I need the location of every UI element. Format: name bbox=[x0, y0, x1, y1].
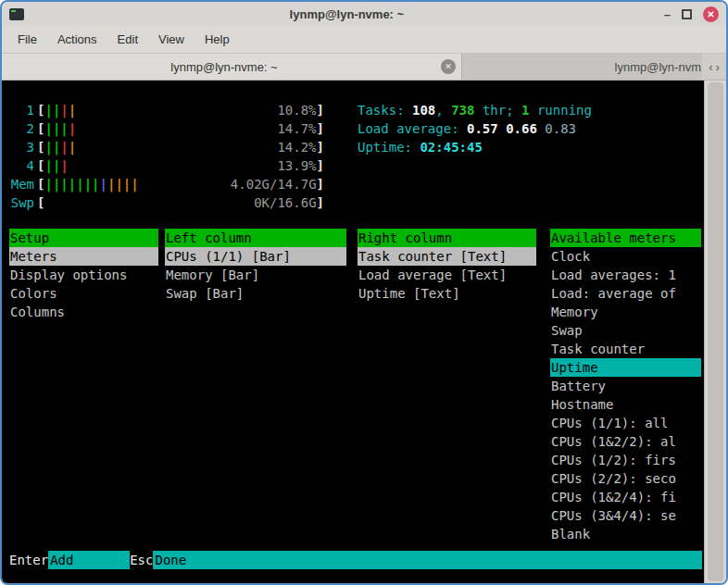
meter-bracket: ] bbox=[317, 138, 324, 156]
tab-inactive[interactable]: lynmp@lyn-nvm bbox=[462, 54, 702, 80]
bar-segment: | bbox=[60, 121, 68, 136]
meter-value: 14.7% bbox=[277, 119, 316, 138]
meter-label: 1 bbox=[9, 101, 37, 119]
meter-bracket: [ bbox=[37, 175, 44, 193]
panel-item[interactable]: Battery bbox=[550, 377, 701, 395]
meters: 1[||||10.8%]2[||||14.7%]3[||||14.2%]4[||… bbox=[9, 101, 324, 212]
maximize-button[interactable] bbox=[682, 9, 692, 19]
fn-label[interactable]: Done bbox=[153, 551, 702, 569]
panel-item[interactable]: Memory [Bar] bbox=[165, 266, 346, 284]
info-text: 02:45:45 bbox=[420, 140, 482, 155]
meter-value: 13.9% bbox=[277, 156, 316, 175]
bar-segment: | bbox=[123, 177, 131, 192]
meter-label: Mem bbox=[9, 175, 37, 193]
meter-label: 2 bbox=[9, 119, 37, 138]
panel-item[interactable]: Task counter bbox=[550, 340, 701, 358]
panel-item[interactable]: Columns bbox=[9, 303, 158, 321]
title-bar[interactable]: lynmp@lyn-nvme: ~ – ✕ bbox=[2, 2, 726, 26]
panel-item[interactable]: Uptime bbox=[550, 358, 701, 377]
bar-segment: | bbox=[100, 177, 107, 192]
info-text: 0.66 bbox=[506, 121, 545, 136]
panel-item[interactable]: Load: average of bbox=[550, 284, 701, 303]
bar-segment: | bbox=[69, 121, 76, 136]
panel-header: Left column bbox=[165, 229, 346, 247]
fn-key[interactable]: Enter bbox=[9, 551, 48, 569]
panel-item[interactable]: Uptime [Text] bbox=[358, 284, 536, 303]
bar-segment: | bbox=[69, 103, 76, 118]
bar-segment: | bbox=[44, 140, 52, 155]
minimize-button[interactable]: – bbox=[664, 7, 671, 21]
meter-bar-fill: |||||||||||| bbox=[44, 175, 230, 193]
panel-item[interactable]: Colors bbox=[9, 284, 158, 303]
bar-segment: | bbox=[60, 140, 68, 155]
scrollbar[interactable] bbox=[704, 81, 726, 583]
terminal-icon bbox=[9, 8, 24, 20]
tab-active-title: lynmp@lyn-nvme: ~ bbox=[7, 60, 441, 74]
meter-bar-fill: |||| bbox=[44, 138, 277, 156]
panel-item[interactable]: CPUs (1&2/2): al bbox=[550, 432, 701, 451]
meter-bracket: ] bbox=[317, 101, 324, 119]
setup-panel-1: Left columnCPUs (1/1) [Bar]Memory [Bar]S… bbox=[165, 229, 346, 303]
panel-item[interactable]: Memory bbox=[550, 303, 701, 321]
menu-item-file[interactable]: File bbox=[7, 26, 47, 53]
scrollbar-thumb[interactable] bbox=[708, 82, 723, 581]
panel-item[interactable]: Display options bbox=[9, 266, 158, 284]
panel-item[interactable]: Meters bbox=[9, 247, 158, 266]
meter-bracket: [ bbox=[37, 193, 44, 212]
meter-label: 4 bbox=[9, 156, 37, 175]
meter-bracket: ] bbox=[317, 156, 324, 175]
meter-value: 4.02G/14.7G bbox=[231, 175, 317, 193]
panel-item[interactable]: CPUs (2/2): seco bbox=[550, 469, 701, 488]
meter-bar: ||||10.8% bbox=[44, 101, 316, 119]
panel-item[interactable]: CPUs (1&2/4): fi bbox=[550, 488, 701, 506]
tab-active[interactable]: lynmp@lyn-nvme: ~ ✕ bbox=[2, 54, 462, 80]
meter-value: 0K/16.6G bbox=[254, 193, 316, 212]
fn-key[interactable]: Esc bbox=[130, 551, 153, 569]
bar-segment: | bbox=[84, 177, 92, 192]
meter-bar: |||13.9% bbox=[44, 156, 316, 175]
panel-item[interactable]: CPUs (3&4/4): se bbox=[550, 506, 701, 525]
meter-bar-fill: |||| bbox=[44, 101, 277, 119]
panel-item[interactable]: Swap [Bar] bbox=[165, 284, 346, 303]
info-text: , bbox=[435, 103, 451, 118]
panel-item[interactable]: Blank bbox=[550, 525, 701, 543]
info-text: 0.57 bbox=[467, 121, 506, 136]
bar-segment: | bbox=[44, 158, 52, 173]
tab-scroll-right-icon[interactable]: › bbox=[716, 60, 720, 74]
meter-bracket: [ bbox=[37, 156, 44, 175]
meter-bracket: ] bbox=[317, 193, 324, 212]
terminal-screen[interactable]: 1[||||10.8%]2[||||14.7%]3[||||14.2%]4[||… bbox=[2, 81, 704, 583]
meter-row: Swp[0K/16.6G] bbox=[9, 193, 324, 212]
panel-header: Available meters bbox=[550, 229, 701, 247]
window-title: lynmp@lyn-nvme: ~ bbox=[30, 7, 664, 21]
panel-item[interactable]: Clock bbox=[550, 247, 701, 266]
info-text: 108 bbox=[412, 103, 435, 118]
meter-row: Mem[||||||||||||4.02G/14.7G] bbox=[9, 175, 324, 193]
bar-segment: | bbox=[44, 121, 52, 136]
info-text: Tasks: bbox=[358, 103, 412, 118]
menu-item-actions[interactable]: Actions bbox=[47, 26, 107, 53]
bar-segment: | bbox=[92, 177, 99, 192]
info-text: Uptime: bbox=[358, 140, 420, 155]
terminal-window: lynmp@lyn-nvme: ~ – ✕ FileActionsEditVie… bbox=[0, 0, 728, 585]
panel-item[interactable]: Swap bbox=[550, 321, 701, 340]
panel-item[interactable]: CPUs (1/1): all bbox=[550, 414, 701, 432]
panel-item[interactable]: CPUs (1/2): firs bbox=[550, 451, 701, 469]
tab-close-icon[interactable]: ✕ bbox=[441, 59, 456, 74]
panel-item[interactable]: CPUs (1/1) [Bar] bbox=[165, 247, 346, 266]
fn-label[interactable]: Add bbox=[48, 551, 130, 569]
tab-scroll-left-icon[interactable]: ‹ bbox=[709, 60, 712, 74]
bar-segment: | bbox=[76, 177, 83, 192]
panel-item[interactable]: Load averages: 1 bbox=[550, 266, 701, 284]
info-block: Tasks: 108, 738 thr; 1 runningLoad avera… bbox=[358, 101, 592, 156]
close-button[interactable]: ✕ bbox=[703, 6, 719, 22]
menu-item-edit[interactable]: Edit bbox=[107, 26, 148, 53]
meter-label: Swp bbox=[9, 193, 37, 212]
panel-item[interactable]: Hostname bbox=[550, 395, 701, 414]
menu-item-view[interactable]: View bbox=[148, 26, 195, 53]
panel-item[interactable]: Load average [Text] bbox=[358, 266, 536, 284]
meter-row: 4[|||13.9%] bbox=[9, 156, 324, 175]
bar-segment: | bbox=[44, 177, 52, 192]
menu-item-help[interactable]: Help bbox=[195, 26, 240, 53]
panel-item[interactable]: Task counter [Text] bbox=[358, 247, 536, 266]
